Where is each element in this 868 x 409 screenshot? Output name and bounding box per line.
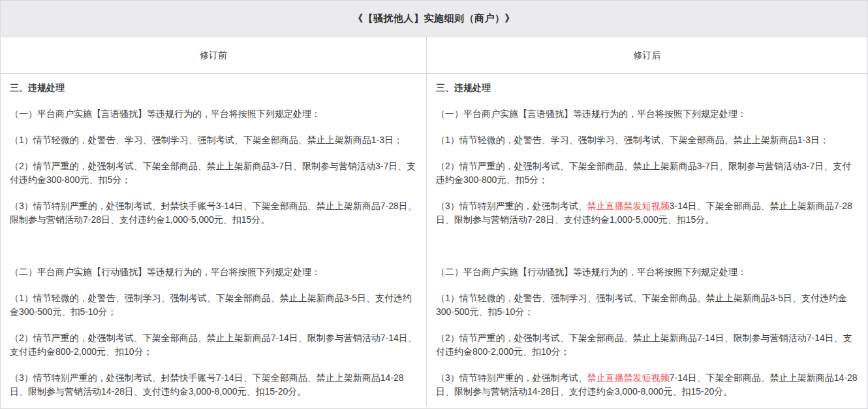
after-revision-content: 三、违规处理（一）平台商户实施【言语骚扰】等违规行为的，平台将按照下列规定处理：… (427, 74, 867, 407)
text-segment: （二）平台商户实施【行动骚扰】等违规行为的，平台将按照下列规定处理： (436, 267, 747, 277)
text-segment: （2）情节严重的，处强制考试、下架全部商品、禁止上架新商品7-14日、限制参与营… (10, 333, 417, 357)
text-segment: （2）情节严重的，处强制考试、下架全部商品、禁止上架新商品3-7日、限制参与营销… (10, 161, 416, 185)
policy-paragraph: （一）平台商户实施【言语骚扰】等违规行为的，平台将按照下列规定处理： (10, 107, 417, 121)
text-segment: （1）情节轻微的，处警告、强制学习、强制考试、下架全部商品、禁止上架新商品3-5… (436, 293, 847, 317)
column-header-after-label: 修订后 (634, 50, 661, 61)
text-segment: 三、违规处理 (436, 82, 491, 93)
text-segment: （一）平台商户实施【言语骚扰】等违规行为的，平台将按照下列规定处理： (10, 108, 320, 119)
policy-paragraph: （3）情节特别严重的，处强制考试、禁止直播禁发短视频3-14日、下架全部商品、禁… (436, 199, 858, 227)
policy-paragraph: （1）情节轻微的，处警告、强制学习、强制考试、下架全部商品、禁止上架新商品3-5… (436, 291, 858, 319)
policy-paragraph: （3）情节特别严重的，处强制考试、禁止直播禁发短视频7-14日、下架全部商品、禁… (436, 371, 858, 399)
document-title: 《【骚扰他人】实施细则（商户）》 (353, 12, 515, 25)
content-row: 三、违规处理（一）平台商户实施【言语骚扰】等违规行为的，平台将按照下列规定处理：… (1, 74, 867, 407)
column-header-after: 修订后 (427, 37, 867, 73)
policy-paragraph: （1）情节轻微的，处警告、学习、强制学习、强制考试、下架全部商品、禁止上架新商品… (436, 133, 858, 147)
text-segment: （3）情节特别严重的，处强制考试、 (436, 201, 587, 211)
policy-paragraph: （2）情节严重的，处强制考试、下架全部商品、禁止上架新商品7-14日、限制参与营… (10, 331, 417, 359)
policy-paragraph: （3）情节特别严重的，处强制考试、封禁快手账号3-14日、下架全部商品、禁止上架… (10, 199, 417, 227)
text-segment: （1）情节轻微的，处警告、学习、强制学习、强制考试、下架全部商品、禁止上架新商品… (436, 135, 829, 145)
text-segment: （2）情节严重的，处强制考试、下架全部商品、禁止上架新商品3-7日、限制参与营销… (436, 161, 851, 185)
revision-compare-document: 《【骚扰他人】实施细则（商户）》 修订前 修订后 三、违规处理（一）平台商户实施… (0, 0, 868, 409)
highlighted-revision-text: 禁止直播禁发短视频 (587, 201, 670, 211)
policy-paragraph: （二）平台商户实施【行动骚扰】等违规行为的，平台将按照下列规定处理： (10, 265, 417, 279)
text-segment: （1）情节轻微的，处警告、学习、强制学习、强制考试、下架全部商品、禁止上架新商品… (10, 135, 403, 145)
column-header-row: 修订前 修订后 (1, 37, 867, 74)
policy-paragraph: （2）情节严重的，处强制考试、下架全部商品、禁止上架新商品7-14日、限制参与营… (436, 331, 858, 359)
text-segment: （3）情节特别严重的，处强制考试、 (436, 372, 587, 383)
highlighted-revision-text: 禁止直播禁发短视频 (587, 372, 670, 383)
policy-paragraph: （一）平台商户实施【言语骚扰】等违规行为的，平台将按照下列规定处理： (436, 107, 858, 121)
policy-paragraph: （2）情节严重的，处强制考试、下架全部商品、禁止上架新商品3-7日、限制参与营销… (436, 159, 858, 187)
policy-paragraph: （1）情节轻微的，处警告、强制学习、强制考试、下架全部商品、禁止上架新商品3-5… (10, 291, 417, 319)
before-revision-content: 三、违规处理（一）平台商户实施【言语骚扰】等违规行为的，平台将按照下列规定处理：… (1, 74, 427, 407)
paragraph-spacer (10, 239, 417, 253)
policy-paragraph: （3）情节特别严重的，处强制考试、封禁快手账号7-14日、下架全部商品、禁止上架… (10, 371, 417, 399)
column-header-before-label: 修订前 (200, 50, 227, 61)
policy-paragraph: （二）平台商户实施【行动骚扰】等违规行为的，平台将按照下列规定处理： (436, 265, 858, 279)
text-segment: （2）情节严重的，处强制考试、下架全部商品、禁止上架新商品7-14日、限制参与营… (436, 333, 852, 357)
text-segment: （3）情节特别严重的，处强制考试、封禁快手账号3-14日、下架全部商品、禁止上架… (10, 201, 417, 225)
policy-paragraph: （1）情节轻微的，处警告、学习、强制学习、强制考试、下架全部商品、禁止上架新商品… (10, 133, 417, 147)
column-header-before: 修订前 (1, 37, 427, 73)
policy-paragraph: 三、违规处理 (436, 81, 858, 95)
document-title-bar: 《【骚扰他人】实施细则（商户）》 (1, 1, 867, 37)
text-segment: （一）平台商户实施【言语骚扰】等违规行为的，平台将按照下列规定处理： (436, 108, 747, 119)
paragraph-spacer (436, 239, 858, 253)
text-segment: （二）平台商户实施【行动骚扰】等违规行为的，平台将按照下列规定处理： (10, 267, 320, 277)
text-segment: （1）情节轻微的，处警告、强制学习、强制考试、下架全部商品、禁止上架新商品3-5… (10, 293, 412, 317)
text-segment: 三、违规处理 (10, 82, 65, 93)
policy-paragraph: 三、违规处理 (10, 81, 417, 95)
text-segment: （3）情节特别严重的，处强制考试、封禁快手账号7-14日、下架全部商品、禁止上架… (10, 372, 404, 397)
policy-paragraph: （2）情节严重的，处强制考试、下架全部商品、禁止上架新商品3-7日、限制参与营销… (10, 159, 417, 187)
